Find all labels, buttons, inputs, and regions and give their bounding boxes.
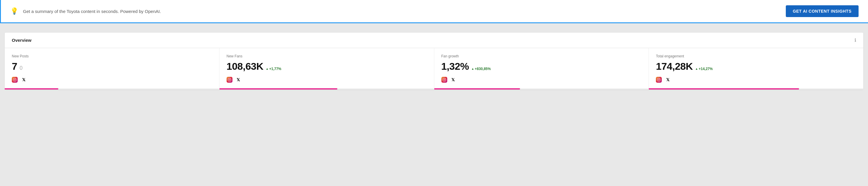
x-twitter-icon: 𝕏	[236, 77, 241, 83]
banner-text: Get a summary of the Toyota content in s…	[23, 9, 161, 14]
x-twitter-icon: 𝕏	[450, 77, 456, 83]
metric-change-total-engagement: ▲ +14,27%	[695, 67, 713, 71]
metric-cell-new-fans: New Fans 108,63K ▲ +1,77% 𝕏	[219, 48, 434, 89]
social-row-total-engagement: 𝕏	[656, 77, 856, 86]
info-icon[interactable]: ℹ	[855, 37, 856, 43]
metric-value-row-new-posts: 7 0	[12, 61, 212, 72]
lightbulb-icon: 💡	[10, 7, 18, 15]
instagram-icon	[441, 77, 447, 83]
ai-insights-button[interactable]: GET AI CONTENT INSIGHTS	[786, 5, 859, 17]
instagram-icon	[12, 77, 18, 83]
metric-value-row-total-engagement: 174,28K ▲ +14,27%	[656, 61, 856, 72]
metric-cell-fan-growth: Fan growth 1,32% ▲ +830,85% 𝕏	[434, 48, 649, 89]
svg-rect-6	[443, 78, 446, 81]
social-row-new-posts: 𝕏	[12, 77, 212, 86]
metrics-row: New Posts 7 0 𝕏 New Fan	[5, 48, 863, 89]
svg-point-5	[230, 79, 231, 79]
progress-bar-new-fans	[219, 88, 434, 89]
progress-fill-new-posts	[5, 88, 58, 89]
svg-point-2	[15, 79, 16, 79]
ai-banner: 💡 Get a summary of the Toyota content in…	[0, 0, 868, 23]
banner-left: 💡 Get a summary of the Toyota content in…	[10, 7, 161, 15]
arrow-up-icon: ▲	[695, 67, 698, 70]
instagram-icon	[656, 77, 662, 83]
progress-bar-fan-growth	[434, 88, 649, 89]
social-row-fan-growth: 𝕏	[441, 77, 642, 86]
arrow-up-icon: ▲	[471, 67, 474, 70]
svg-rect-3	[228, 78, 231, 81]
overview-card: Overview ℹ New Posts 7 0 𝕏	[5, 33, 863, 89]
social-row-new-fans: 𝕏	[226, 77, 427, 86]
progress-bar-new-posts	[5, 88, 219, 89]
svg-point-11	[659, 79, 660, 79]
overview-header: Overview ℹ	[5, 33, 863, 48]
metric-value-total-engagement: 174,28K	[656, 61, 693, 72]
svg-rect-9	[657, 78, 660, 81]
svg-point-4	[229, 79, 230, 80]
svg-point-1	[14, 79, 15, 80]
metric-change-fan-growth: ▲ +830,85%	[471, 67, 491, 71]
progress-fill-fan-growth	[434, 88, 520, 89]
spacer	[0, 23, 868, 33]
metric-label-fan-growth: Fan growth	[441, 54, 642, 58]
progress-bar-total-engagement	[649, 88, 863, 89]
metric-label-new-fans: New Fans	[226, 54, 427, 58]
overview-title: Overview	[12, 38, 32, 43]
metric-value-fan-growth: 1,32%	[441, 61, 469, 72]
metric-change-new-fans: ▲ +1,77%	[266, 67, 281, 71]
metric-value-row-new-fans: 108,63K ▲ +1,77%	[226, 61, 427, 72]
svg-point-10	[658, 79, 659, 80]
metric-label-new-posts: New Posts	[12, 54, 212, 58]
metric-sub-new-posts: 0	[20, 65, 22, 71]
metric-value-new-posts: 7	[12, 61, 17, 72]
metric-label-total-engagement: Total engagement	[656, 54, 856, 58]
metric-cell-total-engagement: Total engagement 174,28K ▲ +14,27% 𝕏	[649, 48, 863, 89]
x-twitter-icon: 𝕏	[21, 77, 27, 83]
instagram-icon	[226, 77, 232, 83]
svg-point-7	[444, 79, 445, 80]
progress-fill-new-fans	[219, 88, 337, 89]
metric-value-row-fan-growth: 1,32% ▲ +830,85%	[441, 61, 642, 72]
arrow-up-icon: ▲	[266, 67, 269, 70]
progress-fill-total-engagement	[649, 88, 799, 89]
metric-value-new-fans: 108,63K	[226, 61, 264, 72]
svg-point-8	[445, 79, 445, 79]
metric-cell-new-posts: New Posts 7 0 𝕏	[5, 48, 219, 89]
svg-rect-0	[13, 78, 16, 81]
x-twitter-icon: 𝕏	[665, 77, 671, 83]
